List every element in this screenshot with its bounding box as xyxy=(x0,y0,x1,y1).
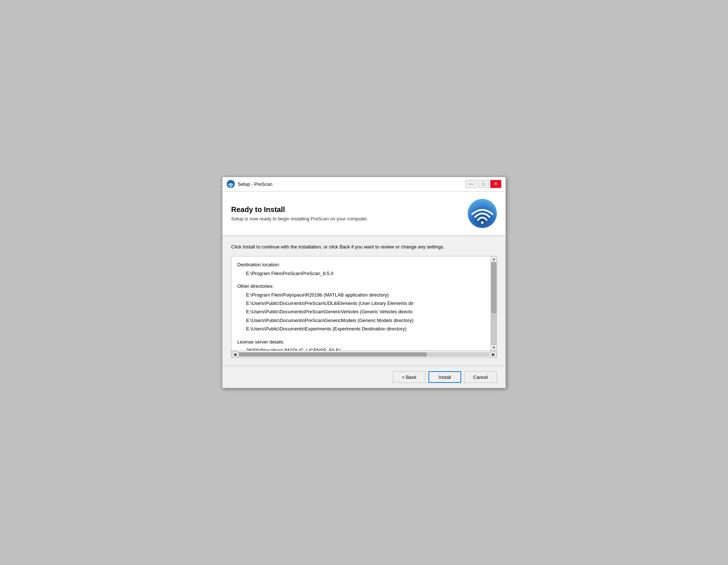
spacer1 xyxy=(237,278,489,282)
destination-value: E:\Program Files\PreScan\PreScan_8.5.0 xyxy=(246,270,489,277)
scroll-thumb-h[interactable] xyxy=(239,352,427,357)
scroll-track-h[interactable] xyxy=(239,352,489,357)
title-bar-controls: — □ ✕ xyxy=(466,180,501,188)
maximize-button[interactable]: □ xyxy=(478,180,489,188)
title-bar-text: Setup - PreScan xyxy=(238,181,466,187)
header-subtitle: Setup is now ready to begin installing P… xyxy=(231,216,468,221)
header-section: Ready to Install Setup is now ready to b… xyxy=(222,192,506,236)
header-text: Ready to Install Setup is now ready to b… xyxy=(231,205,468,221)
back-button[interactable]: < Back xyxy=(393,371,426,383)
install-button[interactable]: Install xyxy=(428,371,461,383)
info-content-wrapper: Destination location: E:\Program Files\P… xyxy=(232,256,496,350)
scroll-down-arrow[interactable]: ▼ xyxy=(491,345,496,350)
other-dir-1: E:\Users\Public\Documents\PreScan\UDLibE… xyxy=(246,299,489,307)
svg-point-1 xyxy=(230,187,231,188)
scroll-left-arrow[interactable]: ◀ xyxy=(232,351,238,358)
spacer2 xyxy=(237,334,489,338)
license-value: 26000@localhost (MADLIC_LICENSE_FILE) xyxy=(246,346,489,350)
license-label: License server details: xyxy=(237,338,489,346)
scroll-thumb-v[interactable] xyxy=(491,262,496,313)
svg-point-3 xyxy=(481,221,484,224)
info-text-area: Destination location: E:\Program Files\P… xyxy=(232,256,491,350)
other-dir-0: E:\Program Files\Polyspace\R2019b (MATLA… xyxy=(246,291,489,299)
destination-label: Destination location: xyxy=(237,261,489,268)
vertical-scrollbar[interactable]: ▲ ▼ xyxy=(491,256,496,350)
other-label: Other directories: xyxy=(237,282,489,290)
cancel-button[interactable]: Cancel xyxy=(464,371,497,383)
other-dir-2: E:\Users\Public\Documents\PreScan\Generi… xyxy=(246,308,489,315)
header-title: Ready to Install xyxy=(231,205,468,214)
info-box: Destination location: E:\Program Files\P… xyxy=(231,256,497,358)
setup-window: Setup - PreScan — □ ✕ Ready to Install S… xyxy=(222,177,506,389)
close-button[interactable]: ✕ xyxy=(490,180,501,188)
scroll-right-arrow[interactable]: ▶ xyxy=(490,351,496,358)
title-bar: Setup - PreScan — □ ✕ xyxy=(222,177,506,192)
app-icon xyxy=(227,180,235,188)
scroll-track-v[interactable] xyxy=(491,262,496,345)
minimize-button[interactable]: — xyxy=(466,180,476,188)
horizontal-scrollbar[interactable]: ◀ ▶ xyxy=(232,350,496,358)
other-dir-4: E:\Users\Public\Documents\Experiments (E… xyxy=(246,325,489,333)
content-description: Click Install to continue with the insta… xyxy=(231,243,497,251)
content-section: Click Install to continue with the insta… xyxy=(222,236,506,366)
prescan-logo xyxy=(468,199,497,228)
other-dir-3: E:\Users\Public\Documents\PreScan\Generi… xyxy=(246,317,489,324)
scroll-up-arrow[interactable]: ▲ xyxy=(491,256,496,262)
footer-section: < Back Install Cancel xyxy=(222,365,506,388)
